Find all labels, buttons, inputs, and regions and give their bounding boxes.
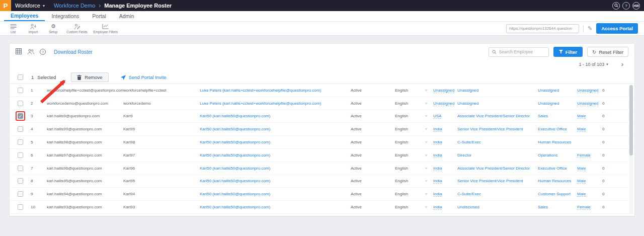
filter-button[interactable]: Filter (553, 47, 583, 57)
row-department-link[interactable]: Operations (538, 153, 557, 158)
row-language-dropdown[interactable]: English ▾ (395, 166, 433, 171)
toolbar-list-button[interactable]: List (3, 23, 23, 34)
row-joblevel-link[interactable]: Associate Vice President/Senior Director (457, 114, 530, 118)
row-checkbox[interactable] (18, 178, 23, 184)
row-checkbox[interactable] (18, 126, 23, 132)
row-manager-link[interactable]: Karl50 (karl.hallis50@questionpro.com) (200, 205, 270, 209)
row-language-dropdown[interactable]: English ▾ (395, 192, 433, 196)
tab-portal[interactable]: Portal (86, 11, 112, 21)
download-roster-link[interactable]: Download Roster (54, 49, 93, 55)
row-country-link[interactable]: India (433, 179, 442, 184)
row-department-link[interactable]: Executive Office (538, 166, 567, 171)
row-gender-link[interactable]: Male (577, 114, 586, 119)
row-country-link[interactable]: Unassigned (433, 101, 454, 106)
row-language-dropdown[interactable]: English ▾ (395, 153, 433, 158)
grid-view-icon[interactable] (16, 47, 22, 56)
row-department-link[interactable]: Human Resources (538, 179, 571, 183)
row-joblevel-link[interactable]: Associate Vice President/Senior Director (457, 166, 530, 171)
row-country-link[interactable]: India (433, 153, 442, 158)
row-country-link[interactable]: India (433, 166, 442, 171)
questionpro-logo[interactable]: P (0, 0, 11, 11)
row-checkbox[interactable] (18, 101, 23, 106)
remove-button[interactable]: Remove (71, 72, 108, 82)
row-language-dropdown[interactable]: English ▾ (395, 114, 433, 118)
search-employee-input[interactable] (499, 49, 544, 54)
toolbar-import-button[interactable]: Import (23, 23, 43, 34)
select-all-checkbox[interactable] (18, 74, 23, 80)
row-gender-link[interactable]: Female (577, 205, 591, 210)
tab-integrations[interactable]: Integrations (45, 11, 86, 21)
row-gender-link[interactable]: Female (577, 153, 591, 158)
row-manager-link[interactable]: Luke Peters (karl.hallis+cctest+workforc… (200, 101, 321, 106)
row-joblevel-link[interactable]: Senior Vice President/Vice President (457, 179, 523, 183)
reset-filter-button[interactable]: ↻ Reset Filter (587, 47, 628, 57)
row-joblevel-link[interactable]: Unassigned (457, 101, 478, 106)
row-country-link[interactable]: India (433, 127, 442, 132)
roster-help-icon[interactable]: ? (40, 49, 46, 55)
tab-admin[interactable]: Admin (113, 11, 141, 21)
row-department-link[interactable]: Sales (538, 114, 548, 118)
row-checkbox[interactable] (18, 88, 23, 93)
row-joblevel-link[interactable]: C-Suite/Exec (457, 140, 481, 144)
row-manager-link[interactable]: Karl50 (karl.hallis50@questionpro.com) (200, 179, 270, 183)
pagination-caret-icon[interactable]: ▾ (606, 62, 608, 66)
row-country-link[interactable]: USA (433, 114, 441, 119)
employee-groups-icon[interactable] (27, 47, 34, 56)
row-country-link[interactable]: Unassigned (433, 88, 454, 93)
row-manager-link[interactable]: Karl50 (karl.hallis50@questionpro.com) (200, 192, 270, 196)
table-scrollbar-track[interactable] (629, 85, 633, 213)
breadcrumb-workspace[interactable]: Workforce Demo (54, 3, 95, 9)
row-department-link[interactable]: Sales (538, 205, 548, 209)
header-search-button[interactable] (612, 2, 620, 10)
pagination-next-button[interactable]: › (621, 62, 623, 67)
row-checkbox[interactable] (18, 191, 23, 197)
header-avatar[interactable]: HW (632, 2, 640, 10)
row-checkbox[interactable] (18, 166, 23, 171)
row-language-dropdown[interactable]: English ▾ (395, 101, 433, 106)
row-manager-link[interactable]: Karl50 (karl.hallis50@questionpro.com) (200, 153, 270, 158)
row-language-dropdown[interactable]: English ▾ (395, 127, 433, 131)
row-joblevel-link[interactable]: C-Suite/Exec (457, 192, 481, 196)
row-language-dropdown[interactable]: English ▾ (395, 205, 433, 209)
row-gender-link[interactable]: Male (577, 192, 586, 197)
row-gender-link[interactable]: Unassigned (577, 88, 598, 93)
row-joblevel-link[interactable]: Undisclosed (457, 205, 479, 209)
row-gender-link[interactable]: Male (577, 127, 586, 132)
product-switcher[interactable]: Workforce ▾ (15, 3, 45, 9)
toolbar-setup-button[interactable]: ⚙ Setup (43, 23, 63, 34)
toolbar-employee-filters-button[interactable]: Employee Filters (91, 23, 121, 34)
row-manager-link[interactable]: Karl50 (karl.hallis50@questionpro.com) (200, 114, 270, 118)
row-language-dropdown[interactable]: English ▾ (395, 88, 433, 93)
row-country-link[interactable]: India (433, 205, 442, 210)
edit-url-pencil-icon[interactable]: ✎ (588, 25, 592, 32)
row-checkbox[interactable] (18, 204, 23, 210)
header-help-button[interactable]: ? (622, 2, 630, 10)
row-gender-link[interactable]: Unassigned (577, 101, 598, 106)
portal-url-input[interactable] (506, 24, 579, 33)
row-department-link[interactable]: Unassigned (538, 88, 559, 93)
row-language-dropdown[interactable]: English ▾ (395, 140, 433, 144)
table-scrollbar-thumb[interactable] (629, 85, 633, 155)
row-department-link[interactable]: Unassigned (538, 101, 559, 106)
access-portal-button[interactable]: Access Portal (596, 23, 638, 34)
tab-employees[interactable]: Employees (4, 11, 45, 21)
row-manager-link[interactable]: Luke Peters (karl.hallis+cctest+workforc… (200, 88, 321, 93)
row-joblevel-link[interactable]: Senior Vice President/Vice President (457, 127, 523, 131)
row-checkbox[interactable] (18, 113, 23, 119)
row-language-dropdown[interactable]: English ▾ (395, 179, 433, 183)
row-department-link[interactable]: Customer Support (538, 192, 571, 196)
row-country-link[interactable]: India (433, 140, 442, 145)
send-portal-invite-link[interactable]: Send Portal Invite (121, 74, 167, 80)
row-checkbox[interactable] (18, 152, 23, 158)
row-manager-link[interactable]: Karl50 (karl.hallis50@questionpro.com) (200, 127, 270, 131)
row-joblevel-link[interactable]: Unassigned (457, 88, 478, 93)
toolbar-custom-fields-button[interactable]: Custom Fields (63, 23, 91, 34)
row-manager-link[interactable]: Karl50 (karl.hallis50@questionpro.com) (200, 140, 270, 144)
row-department-link[interactable]: Executive Office (538, 127, 567, 131)
row-manager-link[interactable]: Karl50 (karl.hallis50@questionpro.com) (200, 166, 270, 171)
row-gender-link[interactable]: Male (577, 166, 586, 171)
row-checkbox[interactable] (18, 139, 23, 145)
row-gender-link[interactable]: Male (577, 179, 586, 184)
row-joblevel-link[interactable]: Director (457, 153, 471, 158)
row-department-link[interactable]: Human Resources (538, 140, 571, 144)
